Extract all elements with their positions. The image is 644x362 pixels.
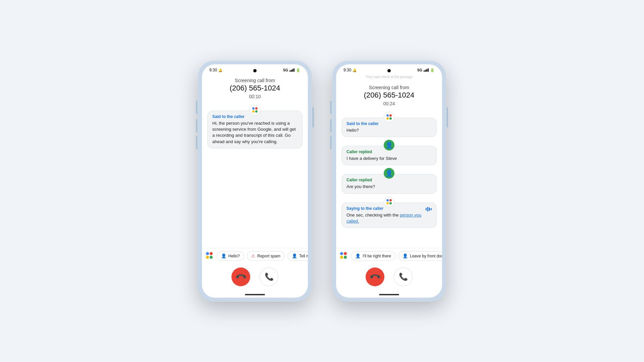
network-1: 5G bbox=[283, 68, 288, 72]
person-icon-tellme-1: 👤 bbox=[292, 253, 297, 258]
reply-report-label-1: Report spam bbox=[257, 254, 280, 258]
signal-bars-1 bbox=[289, 68, 294, 72]
signal-bars-2 bbox=[424, 68, 429, 72]
time-1: 9:30 bbox=[209, 68, 217, 72]
report-icon-1: ⚠ bbox=[251, 253, 255, 258]
call-timer-1: 00:10 bbox=[209, 94, 301, 99]
phone-body-2: 9:30 🔔 5G 🔋 They said check bbox=[332, 60, 446, 302]
reply-tellme-label-1: Tell me mo… bbox=[299, 254, 308, 258]
screening-label-1: Screening call from bbox=[209, 78, 301, 83]
dot-green-2 bbox=[389, 117, 392, 120]
home-bar-2 bbox=[379, 294, 399, 295]
dot-red-2 bbox=[389, 114, 392, 117]
battery-2: 🔋 bbox=[430, 68, 435, 72]
message-group-caller2-2: 👤 Caller replied Are you there? bbox=[341, 168, 437, 193]
end-call-icon-2: 📞 bbox=[369, 270, 381, 283]
status-left-1: 9:30 🔔 bbox=[209, 68, 222, 72]
network-2: 5G bbox=[417, 68, 422, 72]
person-icon-door-2: 👤 bbox=[402, 253, 408, 258]
camera-1 bbox=[253, 69, 257, 72]
time-2: 9:30 bbox=[343, 68, 351, 72]
home-indicator-1 bbox=[202, 292, 308, 298]
answer-button-1[interactable]: 📞 bbox=[260, 267, 278, 286]
google-avatar-saying-2 bbox=[384, 196, 394, 207]
action-buttons-1: 📞 📞 bbox=[202, 263, 308, 292]
phone-screen-2: 9:30 🔔 5G 🔋 They said check bbox=[336, 64, 442, 298]
quick-replies-2: 👤 I'll be right there 👤 Leave by front d… bbox=[336, 248, 442, 263]
message-group-caller1-2: 👤 Caller replied I have a delivery for S… bbox=[341, 140, 437, 165]
home-indicator-2 bbox=[336, 292, 442, 298]
answer-button-2[interactable]: 📞 bbox=[394, 267, 413, 286]
dot-blue-1 bbox=[252, 107, 255, 110]
status-bar-1: 9:30 🔔 5G 🔋 bbox=[202, 64, 308, 74]
person-icon-hello-1: 👤 bbox=[221, 253, 226, 258]
phone-2: 9:30 🔔 5G 🔋 They said check bbox=[332, 60, 446, 302]
blur-overlay-2: They said check at the package bbox=[336, 74, 442, 81]
message-text-saying-2: One sec, checking with the person you ca… bbox=[346, 212, 432, 224]
message-label-saying-2: Saying to the caller bbox=[346, 206, 383, 211]
dot-yellow-1 bbox=[252, 110, 255, 113]
phone-screen-1: 9:30 🔔 5G 🔋 Screening call f bbox=[202, 64, 308, 298]
google-avatar-2 bbox=[384, 112, 394, 122]
silent-icon-1: 🔔 bbox=[218, 68, 222, 72]
message-text-said-2: Hello? bbox=[346, 127, 432, 133]
phone-1: 9:30 🔔 5G 🔋 Screening call f bbox=[198, 60, 312, 302]
reply-door-label-2: Leave by front door bbox=[410, 254, 442, 258]
message-text-caller2-2: Are you there? bbox=[346, 184, 432, 190]
dot-blue-2 bbox=[386, 114, 389, 117]
camera-2 bbox=[387, 69, 391, 72]
answer-icon-2: 📞 bbox=[399, 273, 408, 281]
dot-green-1 bbox=[255, 110, 258, 113]
chat-area-1: Said to the caller Hi, the person you've… bbox=[202, 102, 308, 248]
silent-icon-2: 🔔 bbox=[353, 68, 357, 72]
reply-right-label-2: I'll be right there bbox=[363, 254, 391, 258]
call-header-1: Screening call from (206) 565-1024 00:10 bbox=[202, 74, 308, 102]
end-call-icon-1: 📞 bbox=[234, 270, 247, 283]
reply-front-door-2[interactable]: 👤 Leave by front door bbox=[398, 251, 442, 261]
chat-area-2: Said to the caller Hello? 👤 Caller repli… bbox=[336, 109, 442, 248]
action-buttons-2: 📞 📞 bbox=[336, 263, 442, 292]
phone-body-1: 9:30 🔔 5G 🔋 Screening call f bbox=[198, 60, 312, 302]
answer-icon-1: 📞 bbox=[265, 273, 274, 281]
status-bar-2: 9:30 🔔 5G 🔋 bbox=[336, 64, 442, 74]
message-group-saying-2: Saying to the caller One sec, checking w… bbox=[341, 196, 437, 228]
google-dots-2 bbox=[386, 114, 392, 120]
phone-number-2: (206) 565-1024 bbox=[343, 91, 435, 100]
status-right-1: 5G 🔋 bbox=[283, 68, 301, 72]
google-dots-1 bbox=[252, 107, 258, 113]
reply-hello-label-1: Hello? bbox=[228, 254, 240, 258]
screening-label-2: Screening call from bbox=[343, 85, 435, 90]
message-text-said-1: Hi, the person you've reached is using a… bbox=[212, 120, 298, 145]
message-text-caller1-2: I have a delivery for Steve bbox=[346, 156, 432, 162]
status-left-2: 9:30 🔔 bbox=[343, 68, 357, 72]
status-right-2: 5G 🔋 bbox=[417, 68, 435, 72]
dot-red-1 bbox=[255, 107, 258, 110]
message-group-said-2: Said to the caller Hello? bbox=[341, 112, 437, 137]
caller-icon-1-2: 👤 bbox=[385, 141, 393, 149]
caller-icon-2-2: 👤 bbox=[385, 170, 393, 177]
reply-hello-1[interactable]: 👤 Hello? bbox=[217, 251, 244, 261]
message-group-said-1: Said to the caller Hi, the person you've… bbox=[207, 105, 303, 148]
battery-1: 🔋 bbox=[296, 68, 301, 72]
person-icon-right-2: 👤 bbox=[355, 253, 361, 258]
home-bar-1 bbox=[245, 294, 265, 295]
google-logo-2 bbox=[340, 252, 348, 260]
message-bubble-said-1: Said to the caller Hi, the person you've… bbox=[207, 111, 303, 148]
reply-right-there-2[interactable]: 👤 I'll be right there bbox=[351, 251, 395, 261]
reply-tellme-1[interactable]: 👤 Tell me mo… bbox=[287, 251, 308, 261]
google-avatar-1 bbox=[250, 105, 260, 115]
caller-avatar-1-2: 👤 bbox=[384, 140, 394, 150]
end-call-button-2[interactable]: 📞 bbox=[366, 267, 384, 286]
end-call-button-1[interactable]: 📞 bbox=[231, 267, 250, 286]
google-logo-1 bbox=[206, 252, 214, 260]
call-timer-2: 00:24 bbox=[343, 101, 435, 106]
google-dots-saying-2 bbox=[386, 199, 392, 204]
call-header-2: Screening call from (206) 565-1024 00:24 bbox=[336, 81, 442, 109]
audio-bars-2 bbox=[426, 207, 432, 212]
reply-report-1[interactable]: ⚠ Report spam bbox=[247, 251, 285, 261]
phone-number-1: (206) 565-1024 bbox=[209, 84, 301, 93]
dot-yellow-2 bbox=[386, 117, 389, 120]
quick-replies-1: 👤 Hello? ⚠ Report spam 👤 Tell me mo… bbox=[202, 248, 308, 263]
